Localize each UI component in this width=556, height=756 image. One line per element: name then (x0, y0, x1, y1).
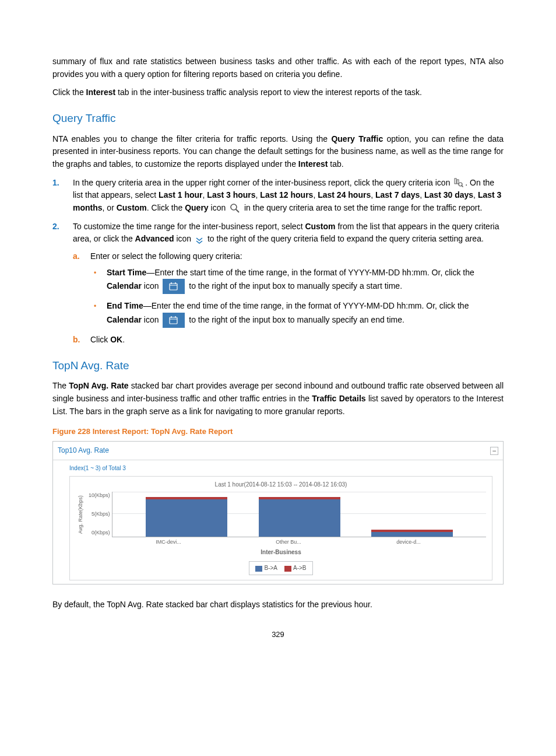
calendar-icon (163, 313, 185, 328)
minimize-icon[interactable]: − (490, 447, 498, 455)
bold-text: Interest (86, 88, 116, 97)
calendar-icon (163, 279, 185, 294)
text: , (371, 190, 375, 200)
svg-rect-1 (457, 180, 459, 184)
paragraph: Click the Interest tab in the inter-busi… (52, 86, 504, 99)
bold-text: Interest (298, 159, 328, 169)
text: In the query criteria area in the upper … (73, 178, 452, 187)
bullet-list: Start Time—Enter the start time of the t… (90, 267, 504, 328)
paragraph: NTA enables you to change the filter cri… (52, 133, 504, 171)
chart-subtitle: Last 1 hour(2014-08-12 15:03 -- 2014-08-… (76, 480, 486, 489)
text: The (52, 381, 69, 390)
heading-query-traffic: Query Traffic (52, 110, 504, 127)
bold-text: Query (185, 203, 208, 212)
advanced-icon (195, 236, 203, 244)
text: to the right of the input box to manuall… (189, 315, 404, 324)
bold-text: Advanced (135, 234, 174, 243)
chart-panel: Top10 Avg. Rate − Index(1 ~ 3) of Total … (52, 441, 504, 584)
y-tick: 10(Kbps) (89, 492, 110, 500)
text: —Enter the start time of the time range,… (146, 268, 474, 277)
bold-text: Traffic Details (312, 394, 365, 403)
text: To customize the time range for the inte… (73, 222, 305, 231)
bold-text: End Time (107, 301, 143, 310)
text: . (122, 335, 125, 344)
x-tick: Other Bu... (248, 538, 329, 547)
text: NTA enables you to change the filter cri… (52, 134, 331, 144)
text: —Enter the end time of the time range, i… (143, 301, 469, 310)
bold-text: Calendar (107, 315, 142, 324)
text: tab in the inter-business traffic analys… (115, 88, 422, 97)
chart-index-text: Index(1 ~ 3) of Total 3 (53, 460, 503, 474)
legend-item: A->B (284, 564, 307, 573)
y-axis-label: Avg. Rate(Kbps) (76, 492, 86, 537)
text: Enter or select the following query crit… (90, 251, 242, 261)
list-item: Start Time—Enter the start time of the t… (90, 267, 504, 295)
y-axis-ticks: 10(Kbps) 5(Kbps) 0(Kbps) (86, 492, 112, 537)
svg-line-3 (462, 186, 463, 187)
bold-text: Query Traffic (331, 134, 383, 144)
bold-text: Last 24 hours (318, 190, 371, 200)
bold-text: Start Time (107, 268, 146, 277)
figure-caption: Figure 228 Interest Report: TopN Avg. Ra… (52, 426, 504, 438)
legend-item: B->A (255, 564, 277, 573)
text: . Click the (147, 203, 185, 212)
text: icon (142, 281, 161, 290)
paragraph: The TopN Avg. Rate stacked bar chart pro… (52, 380, 504, 418)
sub-list: a. Enter or select the following query c… (73, 250, 504, 346)
text: , (473, 190, 478, 200)
chart-bar[interactable] (146, 492, 227, 537)
search-icon (230, 203, 240, 214)
list-number: a. (73, 250, 80, 263)
text: icon (142, 315, 161, 324)
bold-text: TopN Avg. Rate (69, 381, 128, 390)
list-number: 2. (52, 220, 59, 233)
chart-bar[interactable] (259, 492, 340, 537)
svg-rect-0 (455, 178, 456, 184)
bold-text: Last 7 days (375, 190, 420, 200)
text: in the query criteria area to set the ti… (244, 203, 482, 212)
text: tab. (328, 159, 343, 169)
chart-plot (112, 492, 486, 537)
text: , (313, 190, 318, 200)
list-item: End Time—Enter the end time of the time … (90, 300, 504, 328)
list-item: 1. In the query criteria area in the upp… (52, 177, 504, 215)
text: icon (209, 203, 228, 212)
svg-line-5 (236, 209, 239, 212)
bold-text: Last 12 hours (260, 190, 313, 200)
paragraph: summary of flux and rate statistics betw… (52, 55, 504, 80)
ordered-list: 1. In the query criteria area in the upp… (52, 177, 504, 346)
bold-text: Custom (117, 203, 147, 212)
y-tick: 0(Kbps) (89, 529, 110, 537)
y-tick: 5(Kbps) (89, 510, 110, 519)
list-item: 2. To customize the time range for the i… (52, 220, 504, 346)
list-number: 1. (52, 177, 59, 190)
svg-rect-10 (170, 317, 177, 324)
bold-text: Last 3 hours (207, 190, 255, 200)
query-criteria-icon (454, 178, 463, 187)
chart-panel-header: Top10 Avg. Rate − (53, 442, 503, 460)
text: Click (90, 335, 110, 344)
x-tick: IMC-devi... (128, 538, 209, 547)
text: Click the (52, 88, 86, 97)
text: to the right of the query criteria field… (207, 234, 484, 243)
paragraph: By default, the TopN Avg. Rate stacked b… (52, 598, 504, 611)
bold-text: OK (110, 335, 122, 344)
bold-text: Custom (305, 222, 335, 231)
x-axis-title: Inter-Business (76, 548, 486, 557)
chart-plot-area: Avg. Rate(Kbps) 10(Kbps) 5(Kbps) 0(Kbps) (76, 492, 486, 537)
x-axis-labels: IMC-devi...Other Bu...device-d... (76, 537, 486, 547)
text: , or (103, 203, 117, 212)
page-number: 329 (52, 629, 504, 640)
chart-bar[interactable] (371, 492, 453, 537)
chart-legend: B->AA->B (249, 561, 312, 575)
bold-text: Calendar (107, 281, 142, 290)
text: icon (174, 234, 193, 243)
list-item: a. Enter or select the following query c… (73, 250, 504, 328)
chart-title: Top10 Avg. Rate (58, 445, 109, 456)
bold-text: Last 30 days (424, 190, 473, 200)
text: to the right of the input box to manuall… (189, 281, 402, 290)
svg-rect-6 (170, 284, 177, 290)
heading-topn-avg-rate: TopN Avg. Rate (52, 357, 504, 374)
bold-text: Last 1 hour (159, 190, 202, 200)
list-item: b. Click OK. (73, 334, 504, 346)
